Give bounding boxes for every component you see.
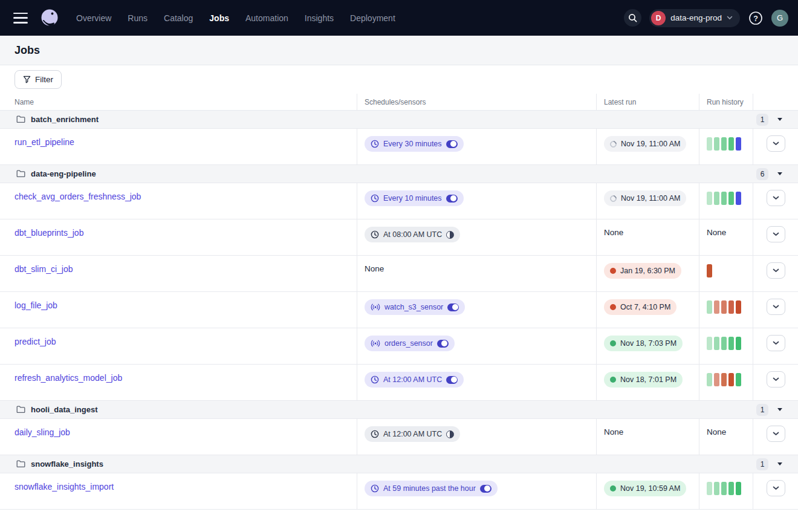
run-history-bar[interactable] (721, 337, 727, 350)
schedule-toggle[interactable] (446, 140, 458, 148)
schedule-toggle[interactable] (480, 485, 491, 493)
run-history-bar[interactable] (728, 300, 734, 314)
group-collapse-caret-icon[interactable] (777, 462, 782, 465)
latest-run-badge[interactable]: Nov 19, 10:59 AM (604, 481, 686, 496)
nav-item-catalog[interactable]: Catalog (164, 13, 193, 23)
job-link[interactable]: refresh_analytics_model_job (15, 373, 122, 383)
group-row[interactable]: snowflake_insights 1 (0, 455, 798, 473)
expand-row-button[interactable] (767, 426, 785, 442)
run-history-bar[interactable] (721, 482, 727, 495)
run-history-bar[interactable] (707, 300, 712, 314)
nav-item-jobs[interactable]: Jobs (209, 13, 229, 23)
run-history-bars (707, 136, 753, 151)
run-history-bar[interactable] (728, 192, 734, 205)
run-history-bar[interactable] (721, 373, 727, 386)
schedule-toggle[interactable] (446, 231, 454, 239)
run-history-bar[interactable] (728, 337, 734, 350)
expand-row-button[interactable] (767, 371, 785, 388)
run-history-bar[interactable] (736, 337, 741, 350)
job-link[interactable]: dbt_slim_ci_job (15, 264, 73, 274)
run-history-bar[interactable] (714, 482, 719, 495)
run-history-bar[interactable] (707, 192, 712, 205)
run-history-bars (707, 481, 753, 495)
dagster-logo-icon[interactable] (39, 7, 60, 29)
sensor-badge[interactable]: orders_sensor (365, 336, 455, 351)
job-link[interactable]: log_file_job (15, 300, 57, 310)
job-link[interactable]: daily_sling_job (15, 427, 70, 437)
run-history-bar[interactable] (736, 300, 741, 314)
job-link[interactable]: run_etl_pipeline (15, 137, 74, 147)
run-history-bar[interactable] (721, 192, 727, 205)
group-row[interactable]: hooli_data_ingest 1 (0, 401, 798, 419)
run-history-bar[interactable] (728, 137, 734, 151)
schedule-cell: watch_s3_sensor (357, 292, 596, 328)
run-history-bar[interactable] (736, 373, 741, 386)
filter-button[interactable]: Filter (15, 70, 62, 89)
expand-row-button[interactable] (767, 190, 785, 206)
schedule-toggle[interactable] (446, 430, 454, 438)
run-history-bar[interactable] (714, 373, 719, 386)
run-history-bar[interactable] (707, 482, 712, 495)
user-avatar[interactable]: G (771, 10, 788, 27)
nav-item-overview[interactable]: Overview (76, 13, 111, 23)
schedule-badge[interactable]: Every 30 minutes (365, 136, 464, 152)
menu-icon[interactable] (13, 13, 28, 24)
run-history-bar[interactable] (721, 300, 727, 314)
schedule-badge[interactable]: Every 10 minutes (365, 190, 464, 206)
group-row[interactable]: data-eng-pipeline 6 (0, 165, 798, 183)
run-history-bar[interactable] (707, 264, 712, 277)
run-history-bar[interactable] (707, 373, 712, 386)
help-icon[interactable]: ? (748, 10, 764, 26)
schedule-badge[interactable]: At 08:00 AM UTC (365, 227, 460, 242)
job-link[interactable]: predict_job (15, 337, 56, 346)
latest-run-badge[interactable]: Jan 19, 6:30 PM (604, 263, 681, 279)
schedule-badge[interactable]: At 12:00 AM UTC (365, 372, 464, 388)
run-history-bar[interactable] (707, 337, 712, 350)
clock-icon (371, 375, 379, 384)
latest-run-badge[interactable]: Nov 19, 11:00 AM (604, 190, 686, 206)
success-dot-icon (610, 485, 616, 491)
run-history-bar[interactable] (714, 337, 719, 350)
job-link[interactable]: dbt_blueprints_job (15, 228, 83, 238)
run-history-bars (707, 263, 753, 277)
expand-row-button[interactable] (767, 480, 785, 496)
expand-row-button[interactable] (767, 135, 785, 152)
latest-run-badge[interactable]: Oct 7, 4:10 PM (604, 299, 676, 315)
run-history-bar[interactable] (736, 482, 741, 495)
schedule-toggle[interactable] (446, 195, 458, 203)
run-history-bar[interactable] (728, 482, 734, 495)
schedule-toggle[interactable] (447, 303, 459, 311)
schedule-toggle[interactable] (437, 340, 449, 348)
group-collapse-caret-icon[interactable] (777, 172, 782, 175)
schedule-badge[interactable]: At 12:00 AM UTC (365, 426, 460, 442)
latest-run-badge[interactable]: Nov 19, 11:00 AM (604, 136, 686, 152)
nav-item-automation[interactable]: Automation (245, 13, 288, 23)
sensor-badge[interactable]: watch_s3_sensor (365, 299, 465, 315)
deployment-switcher[interactable]: D data-eng-prod (649, 9, 740, 27)
run-history-bar[interactable] (707, 137, 712, 151)
expand-row-button[interactable] (767, 262, 785, 279)
run-history-bar[interactable] (736, 137, 741, 151)
group-row[interactable]: batch_enrichment 1 (0, 111, 798, 129)
run-history-bar[interactable] (721, 137, 727, 151)
group-collapse-caret-icon[interactable] (777, 408, 782, 411)
nav-item-runs[interactable]: Runs (128, 13, 148, 23)
expand-row-button[interactable] (767, 299, 785, 315)
run-history-bar[interactable] (736, 192, 741, 205)
schedule-badge[interactable]: At 59 minutes past the hour (365, 481, 498, 496)
latest-run-badge[interactable]: Nov 18, 7:03 PM (604, 336, 683, 351)
group-collapse-caret-icon[interactable] (777, 118, 782, 121)
schedule-toggle[interactable] (446, 376, 458, 384)
run-history-bar[interactable] (728, 373, 734, 386)
nav-item-deployment[interactable]: Deployment (350, 13, 395, 23)
nav-item-insights[interactable]: Insights (305, 13, 334, 23)
search-icon[interactable] (624, 9, 641, 27)
run-history-bar[interactable] (714, 192, 719, 205)
job-link[interactable]: check_avg_orders_freshness_job (15, 192, 141, 201)
job-link[interactable]: snowflake_insights_import (15, 482, 114, 491)
expand-row-button[interactable] (767, 226, 785, 242)
run-history-bar[interactable] (714, 137, 719, 151)
expand-row-button[interactable] (767, 335, 785, 351)
latest-run-badge[interactable]: Nov 18, 7:01 PM (604, 372, 683, 388)
run-history-bar[interactable] (714, 300, 719, 314)
